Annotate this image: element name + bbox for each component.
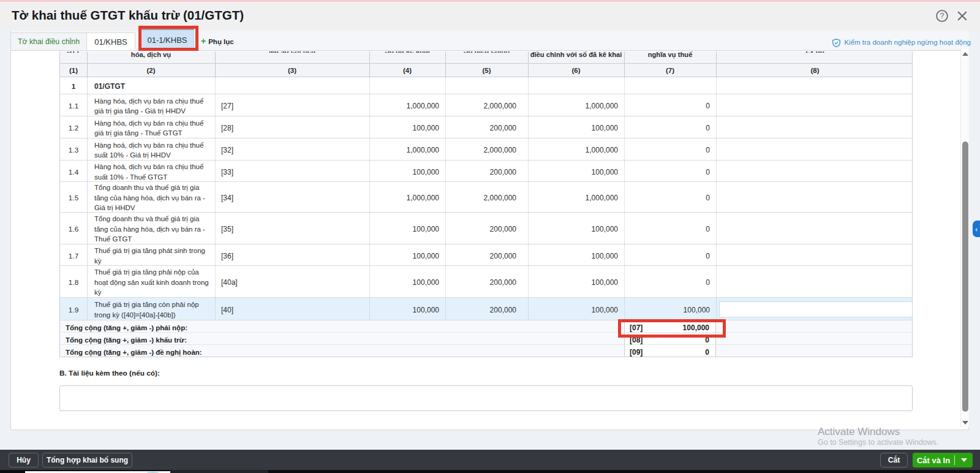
svg-text:?: ?: [940, 12, 944, 20]
